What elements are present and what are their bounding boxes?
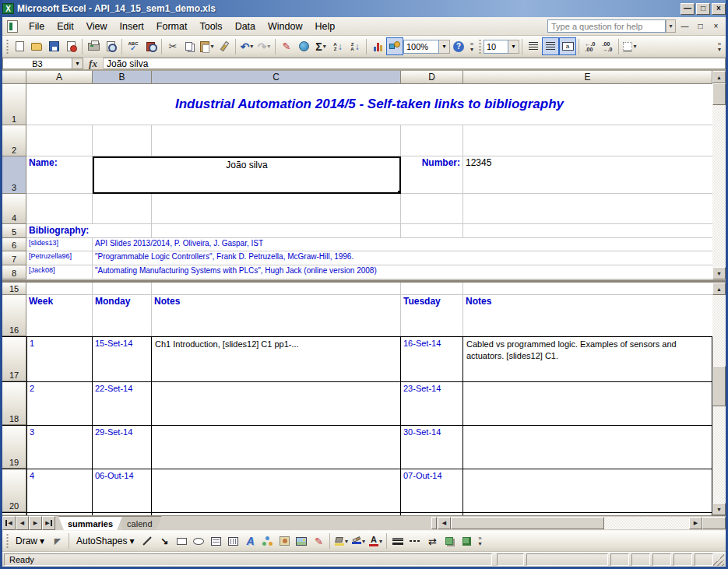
cell-week[interactable]: 4 — [26, 469, 93, 512]
format-painter-button[interactable] — [216, 37, 233, 55]
column-header-d[interactable]: D — [401, 71, 463, 84]
scroll-left-button[interactable]: ◀ — [438, 517, 451, 529]
insert-picture-button[interactable] — [293, 532, 310, 550]
row-header-21[interactable] — [2, 513, 26, 515]
drawing-button[interactable] — [386, 37, 403, 55]
paste-button[interactable]: ▾ — [199, 37, 216, 55]
workbook-icon[interactable] — [7, 20, 18, 33]
workbook-close-button[interactable]: × — [709, 20, 723, 33]
text-box-button[interactable] — [207, 532, 224, 550]
cell-tuesday-notes[interactable] — [463, 469, 712, 512]
cell[interactable] — [401, 224, 463, 238]
cell-week[interactable]: 1 — [26, 337, 93, 381]
cell-header-monday[interactable]: Monday — [93, 295, 152, 336]
sort-ascending-button[interactable]: A Z ↓ — [329, 37, 346, 55]
merge-center-button[interactable]: a — [559, 37, 576, 55]
line-color-dropdown-icon[interactable]: ▾ — [362, 538, 365, 545]
scroll-thumb[interactable] — [712, 83, 726, 105]
cell-monday-notes[interactable] — [152, 382, 401, 425]
cell-name-value-selected[interactable]: João silva — [93, 156, 401, 194]
row-header-19[interactable]: 19 — [2, 426, 26, 469]
borders-button[interactable]: ▾ — [621, 37, 638, 55]
cell-week[interactable]: 5 — [26, 513, 93, 515]
workbook-restore-button[interactable]: □ — [694, 20, 707, 33]
cell-monday-date[interactable]: 15-Set-14 — [93, 337, 152, 381]
row-header-4[interactable]: 4 — [2, 194, 26, 224]
undo-button[interactable]: ↶▾ — [238, 37, 255, 55]
research-button[interactable] — [142, 37, 159, 55]
print-button[interactable] — [85, 37, 102, 55]
row-header-2[interactable]: 2 — [2, 125, 26, 156]
vertical-text-box-button[interactable] — [224, 532, 241, 550]
row-header-20[interactable]: 20 — [2, 469, 26, 512]
cell[interactable] — [463, 224, 712, 238]
name-box-dropdown-icon[interactable]: ▾ — [72, 58, 83, 69]
line-style-button[interactable] — [389, 532, 406, 550]
toolbar-options-button[interactable]: » ▾ — [467, 37, 477, 56]
center-button[interactable] — [542, 37, 559, 55]
cell-name-label[interactable]: Name: — [26, 156, 93, 194]
row-header-3[interactable]: 3 — [2, 156, 26, 194]
cell-number-value[interactable]: 12345 — [463, 156, 712, 194]
cell[interactable] — [152, 283, 401, 295]
dash-style-button[interactable] — [406, 532, 424, 550]
toolbar-grip[interactable] — [5, 39, 9, 54]
cell-monday-notes[interactable]: Ch1 Introduction, [slides12] C1 pp1-... — [152, 337, 401, 381]
scroll-thumb[interactable] — [451, 517, 604, 529]
undo-dropdown-icon[interactable]: ▾ — [250, 43, 253, 50]
fill-color-dropdown-icon[interactable]: ▾ — [345, 538, 348, 545]
menu-view[interactable]: View — [80, 19, 114, 34]
cell-week[interactable]: 2 — [26, 382, 93, 425]
cell-bib-reference[interactable]: "Automating Manufacturing Systems with P… — [93, 265, 712, 279]
cell[interactable] — [93, 194, 152, 224]
borders-dropdown-icon[interactable]: ▾ — [633, 43, 636, 50]
cell-tuesday-date[interactable]: 16-Set-14 — [401, 337, 463, 381]
cell-monday-notes[interactable] — [152, 469, 401, 512]
cell-bib-reference[interactable]: API Slides 2013/2014, P. Oliveira, J. Ga… — [93, 238, 712, 251]
cell[interactable] — [93, 125, 152, 156]
menu-file[interactable]: File — [23, 19, 51, 34]
cell-bibliography-label[interactable]: Bibliography: — [26, 224, 152, 238]
column-header-a[interactable]: A — [26, 71, 93, 84]
tab-split-handle[interactable] — [431, 517, 437, 529]
row-header-5[interactable]: 5 — [2, 224, 26, 238]
draw-menu-button[interactable]: Draw▾ — [11, 533, 49, 549]
row-header-6[interactable]: 6 — [2, 238, 26, 251]
arrow-button[interactable]: ↘ — [156, 532, 173, 550]
help-button[interactable]: ? — [450, 37, 467, 55]
cell-tuesday-date[interactable]: 30-Set-14 — [401, 426, 463, 469]
scroll-thumb[interactable] — [712, 366, 726, 406]
3d-style-button[interactable] — [458, 532, 475, 550]
cell-tuesday-date[interactable]: 14-Out-14 — [401, 513, 463, 515]
row-header-16[interactable]: 16 — [2, 295, 26, 336]
align-left-button[interactable] — [525, 37, 542, 55]
cell-tuesday-date[interactable]: 07-Out-14 — [401, 469, 463, 512]
cell[interactable] — [152, 194, 401, 224]
cell-bib-key[interactable]: [Jack08] — [26, 265, 93, 279]
column-header-b[interactable]: B — [93, 71, 152, 84]
line-color-button[interactable]: ▾ — [350, 532, 367, 550]
wordart-button[interactable]: A — [241, 532, 258, 550]
toolbar-options-button[interactable]: » ▾ — [715, 37, 724, 56]
cell-tuesday-notes[interactable] — [463, 382, 712, 425]
new-button[interactable] — [11, 37, 28, 55]
row-header-8[interactable]: 8 — [2, 265, 26, 279]
cell-tuesday-notes[interactable] — [463, 426, 712, 469]
redo-button[interactable]: ↷▾ — [255, 37, 273, 55]
select-all-corner[interactable] — [2, 71, 26, 84]
cell[interactable] — [152, 224, 401, 238]
cell-bib-key[interactable]: [slides13] — [26, 238, 93, 251]
cut-button[interactable]: ✂ — [164, 37, 181, 55]
oval-button[interactable] — [190, 532, 207, 550]
scroll-up-button[interactable]: ▲ — [712, 283, 726, 295]
cell-monday-notes[interactable] — [152, 426, 401, 469]
maximize-button[interactable]: □ — [696, 3, 710, 15]
save-button[interactable] — [45, 37, 62, 55]
shadow-style-button[interactable] — [441, 532, 458, 550]
autoshapes-menu-button[interactable]: AutoShapes▾ — [72, 533, 139, 549]
minimize-button[interactable]: — — [681, 3, 695, 15]
cell-tuesday-notes[interactable] — [463, 513, 712, 515]
cell[interactable] — [26, 283, 93, 295]
insert-function-button[interactable]: fx — [83, 58, 104, 69]
close-button[interactable]: × — [712, 3, 726, 15]
